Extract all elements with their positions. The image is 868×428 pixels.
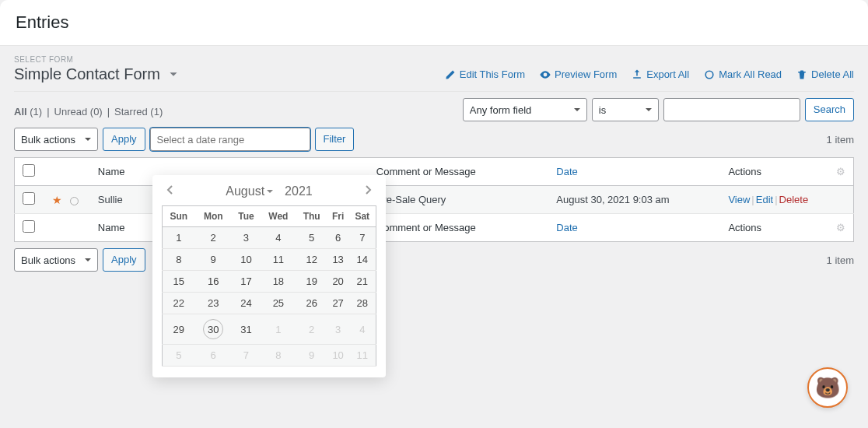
calendar-next[interactable] xyxy=(359,183,376,199)
calendar-day[interactable]: 19 xyxy=(296,271,327,293)
calendar-day[interactable]: 1 xyxy=(261,314,296,345)
calendar-day[interactable]: 4 xyxy=(349,314,376,345)
calendar-day[interactable]: 28 xyxy=(349,293,376,314)
view-link[interactable]: View xyxy=(728,194,750,205)
calendar-day[interactable]: 6 xyxy=(327,227,349,249)
calendar-day[interactable]: 11 xyxy=(349,345,376,367)
col-comment-footer[interactable]: Comment or Message xyxy=(369,214,549,242)
date-picker-popup: August 2021 SunMonTueWedThuFriSat 123456… xyxy=(152,175,386,377)
form-action-links: Edit This Form Preview Form Export All M… xyxy=(444,68,854,81)
calendar-day[interactable]: 25 xyxy=(261,293,296,314)
apply-button-bottom[interactable]: Apply xyxy=(103,248,145,272)
calendar-dow: Sun xyxy=(163,206,195,227)
calendar-day[interactable]: 22 xyxy=(163,293,195,314)
form-selector[interactable]: Simple Contact Form xyxy=(14,65,180,83)
calendar-day[interactable]: 5 xyxy=(163,345,195,367)
col-comment-header[interactable]: Comment or Message xyxy=(369,158,549,186)
calendar-day[interactable]: 3 xyxy=(327,314,349,345)
calendar-day[interactable]: 17 xyxy=(232,271,261,293)
trash-icon xyxy=(796,68,808,81)
calendar-day[interactable]: 15 xyxy=(163,271,195,293)
select-all-checkbox-bottom[interactable] xyxy=(23,220,35,233)
calendar-day[interactable]: 1 xyxy=(163,227,195,249)
search-field-select[interactable]: Any form field xyxy=(463,98,587,121)
preview-form-link[interactable]: Preview Form xyxy=(539,68,617,81)
delete-link[interactable]: Delete xyxy=(779,194,809,205)
calendar-day[interactable]: 26 xyxy=(296,293,327,314)
search-button[interactable]: Search xyxy=(805,98,854,121)
calendar-day[interactable]: 29 xyxy=(163,314,195,345)
calendar-day[interactable]: 8 xyxy=(163,249,195,271)
delete-all-link[interactable]: Delete All xyxy=(796,68,854,81)
entry-filter-links: All (1) | Unread (0) | Starred (1) xyxy=(14,106,163,118)
calendar-year[interactable]: 2021 xyxy=(285,184,313,198)
calendar-day[interactable]: 31 xyxy=(232,314,261,345)
calendar-day[interactable]: 11 xyxy=(261,249,296,271)
calendar-month-select[interactable]: August xyxy=(226,184,274,198)
calendar-day[interactable]: 10 xyxy=(327,345,349,367)
edit-link[interactable]: Edit xyxy=(756,194,773,205)
edit-form-link[interactable]: Edit This Form xyxy=(444,68,525,81)
form-header-row: Simple Contact Form Edit This Form Previ… xyxy=(14,65,854,92)
filter-unread[interactable]: Unread (0) xyxy=(54,106,103,118)
calendar-dow: Mon xyxy=(195,206,232,227)
col-date-header[interactable]: Date xyxy=(548,158,720,186)
form-name-text: Simple Contact Form xyxy=(14,65,160,83)
read-indicator[interactable] xyxy=(70,197,79,205)
svg-point-0 xyxy=(705,71,713,79)
item-count-top: 1 item xyxy=(827,134,854,146)
calendar-day[interactable]: 13 xyxy=(327,249,349,271)
header-bar: Entries xyxy=(0,0,868,46)
calendar-day[interactable]: 2 xyxy=(296,314,327,345)
entries-table: Name Comment or Message Date Actions ⚙ ★… xyxy=(14,157,854,242)
calendar-prev[interactable] xyxy=(162,183,179,199)
calendar-day[interactable]: 14 xyxy=(349,249,376,271)
calendar-day[interactable]: 8 xyxy=(261,345,296,367)
help-mascot[interactable]: 🐻 xyxy=(807,367,848,408)
calendar-day[interactable]: 5 xyxy=(296,227,327,249)
calendar-day[interactable]: 4 xyxy=(261,227,296,249)
filter-all[interactable]: All (1) xyxy=(14,106,42,118)
calendar-day[interactable]: 9 xyxy=(195,249,232,271)
gear-icon-bottom[interactable]: ⚙ xyxy=(836,222,845,233)
col-date-footer[interactable]: Date xyxy=(548,214,720,242)
calendar-day[interactable]: 9 xyxy=(296,345,327,367)
calendar-day[interactable]: 12 xyxy=(296,249,327,271)
calendar-day[interactable]: 3 xyxy=(232,227,261,249)
apply-button[interactable]: Apply xyxy=(103,128,145,151)
select-all-checkbox[interactable] xyxy=(23,164,35,177)
search-op-select[interactable]: is xyxy=(592,98,659,121)
gear-icon[interactable]: ⚙ xyxy=(836,166,845,177)
mark-all-read-link[interactable]: Mark All Read xyxy=(703,68,782,81)
calendar-day[interactable]: 23 xyxy=(195,293,232,314)
calendar-dow: Thu xyxy=(296,206,327,227)
eye-icon xyxy=(539,68,551,81)
row-checkbox[interactable] xyxy=(23,192,35,205)
calendar-day[interactable]: 2 xyxy=(195,227,232,249)
bulk-action-select-bottom[interactable]: Bulk actions xyxy=(14,248,98,272)
calendar-day[interactable]: 27 xyxy=(327,293,349,314)
calendar-day[interactable]: 20 xyxy=(327,271,349,293)
mark-all-read-label: Mark All Read xyxy=(719,68,782,80)
calendar-day[interactable]: 18 xyxy=(261,271,296,293)
calendar-day[interactable]: 10 xyxy=(232,249,261,271)
calendar-dow: Sat xyxy=(349,206,376,227)
calendar-day[interactable]: 7 xyxy=(232,345,261,367)
calendar-day[interactable]: 6 xyxy=(195,345,232,367)
calendar-day[interactable]: 30 xyxy=(195,314,232,345)
calendar-day[interactable]: 24 xyxy=(232,293,261,314)
bulk-action-select[interactable]: Bulk actions xyxy=(14,128,98,151)
row-comment: Pre-Sale Query xyxy=(369,186,549,214)
calendar-day[interactable]: 21 xyxy=(349,271,376,293)
calendar-day[interactable]: 7 xyxy=(349,227,376,249)
pencil-icon xyxy=(444,68,457,81)
date-range-input[interactable] xyxy=(150,128,310,151)
export-all-link[interactable]: Export All xyxy=(631,68,689,81)
calendar-day[interactable]: 16 xyxy=(195,271,232,293)
filter-button[interactable]: Filter xyxy=(315,128,355,151)
search-value-input[interactable] xyxy=(663,98,800,121)
star-icon[interactable]: ★ xyxy=(52,194,62,206)
filter-starred[interactable]: Starred (1) xyxy=(114,106,163,118)
preview-form-label: Preview Form xyxy=(555,68,617,80)
below-table-row: Bulk actions Apply 1 item xyxy=(14,248,854,272)
